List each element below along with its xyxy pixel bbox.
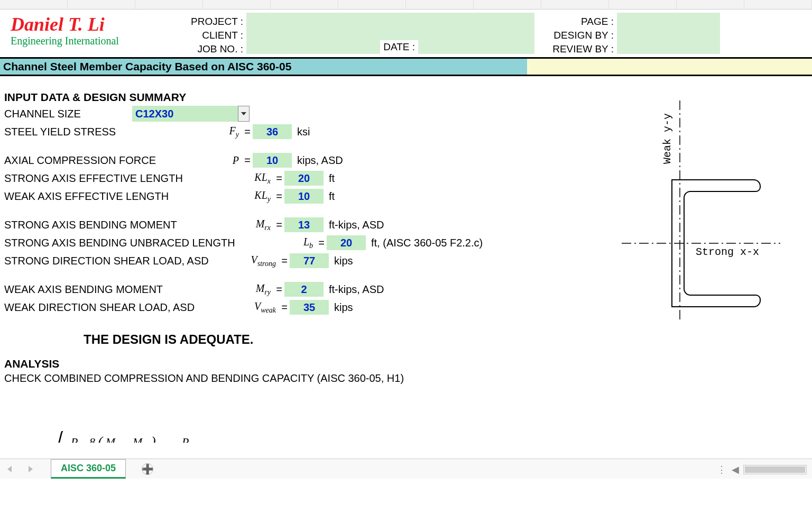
dropdown-button[interactable] <box>238 106 250 122</box>
vstrong-input[interactable]: 77 <box>290 253 329 268</box>
klx-input[interactable]: 20 <box>284 171 324 186</box>
scroll-controls: ⋮ ◀ <box>717 464 807 475</box>
project-labels: PROJECT : CLIENT : JOB NO. : <box>182 13 243 56</box>
project-fields[interactable]: DATE : <box>246 13 534 54</box>
column-headers <box>0 0 812 10</box>
title-row: Channel Steel Member Capacity Based on A… <box>0 57 812 76</box>
strong-axis-label: Strong x-x <box>696 246 759 258</box>
section-analysis: ANALYSIS <box>4 358 812 370</box>
logo-subtitle: Engineering International <box>11 35 182 47</box>
fy-input[interactable]: 36 <box>253 124 292 139</box>
weak-axis-label: Weak y-y <box>661 113 673 164</box>
p-input[interactable]: 10 <box>253 153 292 168</box>
sheet-title: Channel Steel Member Capacity Based on A… <box>0 57 527 76</box>
title-right-pad <box>527 57 812 76</box>
mry-input[interactable]: 2 <box>284 282 324 297</box>
sheet-tabs: AISC 360-05 ➕ <box>0 459 812 479</box>
horizontal-scrollbar[interactable] <box>743 465 807 474</box>
kly-input[interactable]: 10 <box>284 189 324 204</box>
scroll-left-arrow[interactable]: ◀ <box>732 464 739 475</box>
date-label: DATE : <box>380 40 418 54</box>
channel-size-dropdown[interactable]: C12X30 <box>132 106 238 122</box>
logo: Daniel T. Li Engineering International <box>11 13 182 47</box>
logo-name: Daniel T. Li <box>11 15 182 34</box>
spreadsheet-viewport: Daniel T. Li Engineering International P… <box>0 0 812 522</box>
tab-next[interactable] <box>25 464 35 474</box>
channel-diagram: Weak y-y Strong x-x <box>622 100 780 323</box>
chevron-down-icon <box>241 112 246 115</box>
add-sheet-button[interactable]: ➕ <box>142 463 153 475</box>
channel-size-value: C12X30 <box>135 108 173 120</box>
result-message: THE DESIGN IS ADEQUATE. <box>84 332 812 347</box>
vweak-input[interactable]: 35 <box>290 300 329 315</box>
mrx-input[interactable]: 13 <box>284 217 324 232</box>
active-tab[interactable]: AISC 360-05 <box>51 459 126 479</box>
tab-prev[interactable] <box>5 464 15 474</box>
formula-fragment: ⎧ Pr 8 ( Mrx Mry ) Pr <box>53 431 192 443</box>
meta-fields[interactable] <box>617 13 720 54</box>
meta-labels: PAGE : DESIGN BY : REVIEW BY : <box>534 13 614 56</box>
lb-input[interactable]: 20 <box>327 235 366 250</box>
check-line: CHECK COMBINED COMPRESSION AND BENDING C… <box>4 372 812 384</box>
document-header: Daniel T. Li Engineering International P… <box>0 10 812 57</box>
